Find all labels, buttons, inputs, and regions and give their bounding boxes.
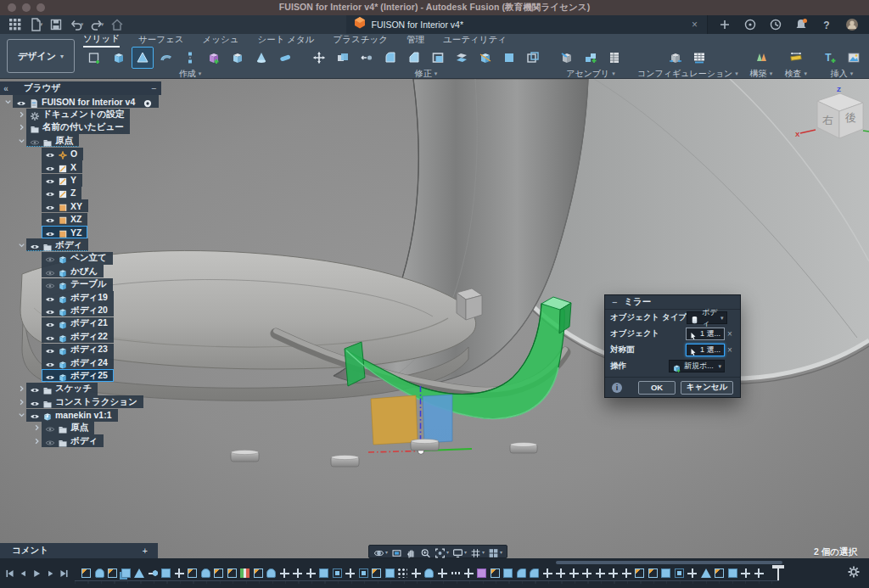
visible-eye-icon[interactable] <box>30 240 40 250</box>
collapse-panel-icon[interactable]: « <box>0 84 12 93</box>
tree-row[interactable]: manekin v1:1 <box>0 408 166 421</box>
ribbon-group-label[interactable]: 挿入▾ <box>831 69 854 79</box>
feature-sketch[interactable] <box>648 568 658 578</box>
primitive-box-button[interactable] <box>227 47 249 69</box>
create-sketch-button[interactable] <box>84 47 106 69</box>
feature-sketch[interactable] <box>715 568 724 578</box>
add-comment-button[interactable]: + <box>143 546 158 556</box>
bom-button[interactable] <box>603 47 625 69</box>
play-button[interactable] <box>31 568 42 579</box>
visible-eye-icon[interactable] <box>16 97 26 107</box>
construction-plane-button[interactable] <box>750 47 772 69</box>
chamfer-button[interactable] <box>403 47 425 69</box>
ribbon-group-label[interactable]: 構築▾ <box>750 69 773 79</box>
tree-item[interactable]: FUISON for Interior v4 <box>13 95 159 108</box>
feature-sketch[interactable] <box>214 568 223 578</box>
tree-row[interactable]: ボディ22 <box>0 330 166 343</box>
feature-move[interactable] <box>293 568 302 578</box>
feature-move[interactable] <box>280 568 289 578</box>
hidden-eye-icon[interactable] <box>45 253 55 263</box>
close-tab-icon[interactable]: × <box>689 19 700 31</box>
chevron-down-icon[interactable] <box>17 240 26 249</box>
insert-canvas-button[interactable] <box>843 47 865 69</box>
tree-item[interactable]: かびん <box>42 265 104 277</box>
sweep-button[interactable] <box>155 47 177 69</box>
save-icon[interactable] <box>48 17 64 32</box>
visible-eye-icon[interactable] <box>45 371 55 381</box>
tree-row[interactable]: YZ <box>0 226 166 238</box>
mirror-button[interactable] <box>132 47 154 69</box>
feature-pattern-dots[interactable] <box>398 568 407 578</box>
feature-move[interactable] <box>754 568 764 578</box>
feature-form[interactable] <box>477 568 486 578</box>
feature-appearance[interactable] <box>240 568 249 578</box>
selection-button[interactable]: 1 選... <box>686 344 725 356</box>
redo-icon[interactable]: ▾ <box>88 17 105 32</box>
tree-row[interactable]: ボディ25 <box>0 369 166 382</box>
3d-viewport[interactable]: 右 後 X Y Z « ブラウザ − FUISON for Interior v… <box>0 79 869 558</box>
tree-item[interactable]: ボディ25 <box>42 369 114 382</box>
ribbon-group-label[interactable]: コンフィギュレーション▾ <box>637 69 738 79</box>
tree-item[interactable]: X <box>42 160 82 173</box>
feature-sketch[interactable] <box>188 568 197 578</box>
offset-face-button[interactable] <box>451 47 473 69</box>
ribbon-tab-2[interactable]: サーフェス <box>138 34 183 47</box>
feature-sketch[interactable] <box>108 568 117 578</box>
ribbon-tab-6[interactable]: 管理 <box>406 34 424 47</box>
visible-eye-icon[interactable] <box>45 188 55 198</box>
tree-item[interactable]: ボディ <box>26 238 88 251</box>
home-icon[interactable] <box>109 17 126 32</box>
feature-fillet[interactable] <box>517 568 526 578</box>
replace-face-button[interactable] <box>498 47 520 69</box>
document-tab[interactable]: FUISON for Interior v4* × <box>346 15 708 34</box>
cancel-button[interactable]: キャンセル <box>681 381 733 395</box>
orbit-tool-icon[interactable]: ▾ <box>373 546 388 557</box>
tree-row[interactable]: XZ <box>0 213 166 226</box>
avatar-icon[interactable] <box>844 17 861 32</box>
feature-move[interactable] <box>622 568 631 578</box>
press-pull-button[interactable] <box>356 47 378 69</box>
tree-item[interactable]: XY <box>42 199 88 212</box>
visible-eye-icon[interactable] <box>45 344 55 355</box>
tree-row[interactable]: 名前の付いたビュー <box>0 121 166 134</box>
feature-mirror[interactable] <box>134 568 144 578</box>
tree-item[interactable]: ドキュメントの設定 <box>26 109 130 121</box>
feature-move[interactable] <box>596 568 605 578</box>
tree-row[interactable]: コンストラクション <box>0 395 166 408</box>
chevron-down-icon[interactable] <box>17 411 26 420</box>
visible-eye-icon[interactable] <box>30 410 40 420</box>
feature-combine[interactable] <box>121 568 131 578</box>
ribbon-group-label[interactable]: 修正▾ <box>415 69 438 79</box>
body-type-dropdown[interactable]: ボディ▾ <box>687 311 726 324</box>
extrude-button[interactable] <box>108 47 130 69</box>
feature-group[interactable] <box>451 568 460 578</box>
feature-pattern[interactable] <box>675 568 684 578</box>
tree-row[interactable]: ボディ23 <box>0 343 166 356</box>
tree-item[interactable]: XZ <box>42 213 87 226</box>
primitive-cone-button[interactable] <box>250 47 272 69</box>
chevron-right-icon[interactable] <box>17 123 26 132</box>
tree-item[interactable]: Z <box>42 187 81 199</box>
app-launcher-icon[interactable] <box>7 17 24 32</box>
tree-row[interactable]: ペン立て <box>0 252 166 265</box>
grid-tool-icon[interactable]: ▾ <box>470 546 485 557</box>
tree-row[interactable]: XY <box>0 199 166 212</box>
fit-tool-icon[interactable]: ▾ <box>434 546 449 557</box>
collapse-dialog-icon[interactable]: − <box>612 297 617 307</box>
ribbon-group-label[interactable]: アセンブリ▾ <box>566 69 615 79</box>
hidden-eye-icon[interactable] <box>45 279 55 289</box>
tree-item[interactable]: 原点 <box>26 134 79 147</box>
feature-sketch[interactable] <box>491 568 500 578</box>
tree-item[interactable]: ボディ <box>42 434 104 447</box>
feature-move[interactable] <box>687 568 697 578</box>
tree-row[interactable]: O <box>0 148 166 160</box>
feature-extrude[interactable] <box>661 568 670 578</box>
view-cube[interactable]: 右 後 X Y Z <box>793 86 869 152</box>
feature-sketch[interactable] <box>227 568 237 578</box>
ribbon-group-label[interactable]: 作成▾ <box>179 69 202 79</box>
fillet-button[interactable] <box>379 47 401 69</box>
tree-row[interactable]: ボディ20 <box>0 304 166 316</box>
chevron-right-icon[interactable] <box>17 110 26 120</box>
viewports-tool-icon[interactable]: ▾ <box>488 546 502 557</box>
tree-item[interactable]: 原点 <box>42 422 94 434</box>
